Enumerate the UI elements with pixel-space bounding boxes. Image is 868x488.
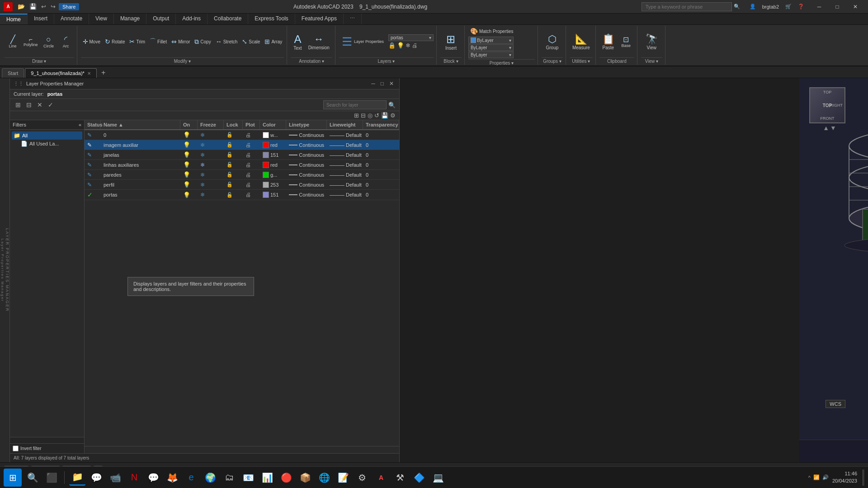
cube-top-face[interactable]: TOP FRONT RIGHT TOP xyxy=(809,87,845,123)
systray-network[interactable]: 📶 xyxy=(813,474,820,480)
bylayer-linetype-dropdown[interactable]: ByLayer▾ xyxy=(468,44,514,51)
panel-min-btn[interactable]: ─ xyxy=(369,80,377,87)
insert-btn[interactable]: ⊞ Insert xyxy=(443,31,459,52)
filters-collapse-icon[interactable]: « xyxy=(79,122,81,127)
row4-linetype[interactable]: Continuous xyxy=(286,171,327,179)
table-row[interactable]: ✎ janelas 💡 ❄ 🔓 🖨 151 Continuous ——— xyxy=(85,150,399,160)
tab-more[interactable]: ⋯ xyxy=(344,14,362,24)
row5-plot-icon[interactable]: 🖨 xyxy=(245,182,251,188)
layer-icon-3[interactable]: ❄ xyxy=(406,42,410,49)
match-properties-btn[interactable]: 🎨 Match Properties xyxy=(468,27,515,36)
row1-linetype[interactable]: Continuous xyxy=(286,141,327,149)
row0-linetype[interactable]: Continuous xyxy=(286,131,327,139)
stretch-btn[interactable]: ↔Stretch xyxy=(214,37,240,46)
search-taskbar-btn[interactable]: 🔍 xyxy=(24,469,41,486)
save-icon[interactable]: 💾 xyxy=(28,2,38,11)
tab-collaborate[interactable]: Collaborate xyxy=(208,14,248,24)
row6-freeze-icon[interactable]: ❄ xyxy=(200,192,205,198)
table-row[interactable]: ✎ 0 💡 ❄ 🔓 🖨 w... Continuous ——— Defa xyxy=(85,130,399,140)
viewport[interactable]: X Y Z TOP FRONT RIGHT TOP ▲ ▼ WCS xyxy=(799,78,868,462)
trim-btn[interactable]: ✂Trim xyxy=(127,37,147,46)
row2-color[interactable]: 151 xyxy=(260,150,286,160)
new-layer-vp-btn[interactable]: ⊟ xyxy=(24,100,33,109)
share-btn[interactable]: Share xyxy=(59,3,79,10)
clock[interactable]: 11:46 20/04/2023 xyxy=(832,470,857,484)
layer-properties-btn[interactable]: ☰ Layer Properties xyxy=(339,33,387,51)
taskbar-icon-13[interactable]: 📦 xyxy=(297,469,313,486)
layer-icon-1[interactable]: 🔒 xyxy=(388,42,396,49)
taskbar-icon-11[interactable]: 📊 xyxy=(259,469,275,486)
taskbar-icon-8[interactable]: 🌍 xyxy=(202,469,218,486)
col-transparency[interactable]: Transparency xyxy=(363,120,399,129)
row2-plot-icon[interactable]: 🖨 xyxy=(245,152,251,158)
row6-color[interactable]: 151 xyxy=(260,190,286,199)
filter-all-used[interactable]: 📄 All Used La... xyxy=(12,140,82,148)
row6-on-icon[interactable]: 💡 xyxy=(183,192,190,198)
row2-lock-icon[interactable]: 🔓 xyxy=(226,152,233,158)
task-view-btn[interactable]: ⬛ xyxy=(43,469,60,486)
taskbar-icon-netflix[interactable]: N xyxy=(126,469,142,486)
tab-home[interactable]: Home xyxy=(0,14,28,24)
view-cube[interactable]: TOP FRONT RIGHT TOP ▲ ▼ xyxy=(809,87,850,132)
show-desktop-btn[interactable] xyxy=(863,469,864,486)
line-btn[interactable]: ╱ Line xyxy=(5,33,21,50)
taskbar-icon-19[interactable]: 🔷 xyxy=(411,469,427,486)
move-btn[interactable]: ✛Move xyxy=(81,37,102,46)
file-explorer-btn[interactable]: 📁 xyxy=(69,469,85,486)
taskbar-icon-2[interactable]: 💬 xyxy=(88,469,104,486)
mirror-btn[interactable]: ⇔Mirror xyxy=(170,37,192,46)
systray-volume[interactable]: 🔊 xyxy=(822,474,829,480)
table-row[interactable]: ✎ paredes 💡 ❄ 🔓 🖨 g... Continuous —— xyxy=(85,170,399,180)
row5-color[interactable]: 253 xyxy=(260,180,286,189)
row4-on-icon[interactable]: 💡 xyxy=(183,171,190,178)
layer-settings-btn[interactable]: ⚙ xyxy=(390,112,396,119)
row6-linetype[interactable]: Continuous xyxy=(286,191,327,199)
row4-freeze-icon[interactable]: ❄ xyxy=(200,172,205,178)
tab-file[interactable]: 9_1_uhouse(finalizada)* ✕ xyxy=(25,68,97,78)
row3-lock-icon[interactable]: 🔓 xyxy=(226,162,233,168)
layer-icon-2[interactable]: 💡 xyxy=(397,42,404,49)
minimize-btn[interactable]: ─ xyxy=(810,0,828,14)
taskbar-icon-16[interactable]: ⚙ xyxy=(354,469,370,486)
row5-on-icon[interactable]: 💡 xyxy=(183,181,190,188)
search-icon[interactable]: 🔍 xyxy=(734,4,740,9)
panel-close-btn[interactable]: ✕ xyxy=(387,80,396,87)
row6-lock-icon[interactable]: 🔓 xyxy=(226,192,233,198)
taskbar-icon-3[interactable]: 📹 xyxy=(107,469,123,486)
col-linetype[interactable]: Linetype xyxy=(286,120,327,129)
new-tab-btn[interactable]: + xyxy=(98,69,109,77)
start-btn[interactable]: ⊞ xyxy=(4,469,22,487)
taskbar-icon-5[interactable]: 💬 xyxy=(145,469,161,486)
base-btn[interactable]: ⊡ Base xyxy=(618,34,634,49)
bylayer-lineweight-dropdown[interactable]: ByLayer▾ xyxy=(468,52,514,58)
col-lineweight[interactable]: Lineweight xyxy=(327,120,363,129)
row4-plot-icon[interactable]: 🖨 xyxy=(245,172,251,178)
col-on[interactable]: On xyxy=(180,120,198,129)
scale-btn[interactable]: ⤡Scale xyxy=(240,37,262,46)
col-name[interactable]: Name ▲ xyxy=(101,120,180,129)
tab-view[interactable]: View xyxy=(89,14,114,24)
tab-insert[interactable]: Insert xyxy=(28,14,54,24)
tab-annotate[interactable]: Annotate xyxy=(54,14,89,24)
taskbar-icon-edge[interactable]: e xyxy=(183,469,199,486)
layer-search-input[interactable] xyxy=(323,100,387,109)
arc-btn[interactable]: ◜ Arc xyxy=(58,33,74,50)
taskbar-autocad[interactable]: A xyxy=(373,469,389,486)
layer-tb-icon5[interactable]: 💾 xyxy=(381,112,388,119)
layer-hscroll[interactable] xyxy=(85,446,399,453)
tab-close-icon[interactable]: ✕ xyxy=(87,71,91,76)
undo-icon[interactable]: ↩ xyxy=(40,2,47,11)
row0-on-icon[interactable]: 💡 xyxy=(183,131,190,138)
filter-hscroll[interactable] xyxy=(10,437,84,443)
fillet-btn[interactable]: ⌒Fillet xyxy=(148,37,169,47)
copy-btn[interactable]: ⧉Copy xyxy=(193,37,212,47)
tab-start[interactable]: Start xyxy=(2,68,24,78)
redo-icon[interactable]: ↪ xyxy=(49,2,57,11)
col-color[interactable]: Color xyxy=(260,120,286,129)
layer-tb-icon3[interactable]: ◎ xyxy=(368,112,373,119)
rotate-btn[interactable]: ↻Rotate xyxy=(103,37,127,46)
row3-linetype[interactable]: Continuous xyxy=(286,161,327,169)
row2-linetype[interactable]: Continuous xyxy=(286,151,327,159)
table-row[interactable]: ✎ imagem auxiliar 💡 ❄ 🔓 🖨 red Continuous xyxy=(85,140,399,150)
taskbar-icon-firefox[interactable]: 🦊 xyxy=(164,469,180,486)
